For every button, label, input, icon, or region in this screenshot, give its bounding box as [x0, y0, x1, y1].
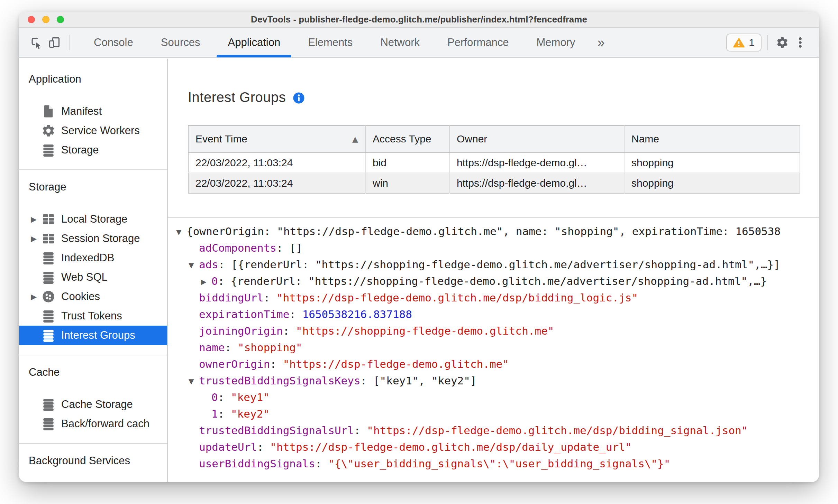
warning-badge[interactable]: 1 — [726, 34, 762, 52]
column-header-event-time[interactable]: Event Time▲ — [188, 125, 365, 152]
database-icon — [41, 397, 56, 412]
sidebar-item-label: Service Workers — [61, 124, 140, 137]
tree-line[interactable]: ▶0: {renderUrl: "https://shopping-fledge… — [168, 273, 819, 289]
sidebar-item-service-workers[interactable]: Service Workers — [19, 121, 167, 140]
database-icon — [41, 270, 56, 284]
sidebar-section-storage: Storage▶Local Storage▶Session StorageInd… — [19, 170, 167, 355]
tree-line[interactable]: 0: "key1" — [168, 389, 819, 405]
table-cell: bid — [365, 152, 449, 173]
sidebar-item-storage[interactable]: Storage — [19, 140, 167, 160]
disclosure-triangle-icon[interactable]: ▼ — [189, 373, 199, 390]
warning-count: 1 — [749, 37, 755, 48]
json-key: 0 — [211, 275, 218, 287]
json-plain: {ownerOrigin: "https://dsp-fledge-demo.g… — [186, 225, 781, 237]
table-header-row: Event Time▲Access TypeOwnerName — [188, 125, 800, 152]
table-cell: 22/03/2022, 11:03:24 — [188, 152, 365, 173]
json-key: adComponents — [199, 242, 276, 254]
interest-groups-panel: Interest Groups Event Time▲Access TypeOw… — [168, 59, 819, 482]
inspect-element-icon[interactable] — [27, 34, 45, 52]
tree-line[interactable]: biddingUrl: "https://dsp-fledge-demo.gli… — [168, 289, 819, 306]
json-plain: : — [283, 325, 296, 337]
expand-triangle-icon[interactable]: ▶ — [31, 215, 40, 224]
disclosure-triangle-icon[interactable]: ▼ — [176, 224, 186, 240]
sidebar-item-label: Storage — [61, 144, 99, 156]
json-plain: : — [315, 457, 328, 470]
json-string: "https://dsp-fledge-demo.glitch.me/dsp/b… — [367, 424, 748, 437]
table-row[interactable]: 22/03/2022, 11:03:24winhttps://dsp-fledg… — [188, 173, 800, 193]
json-key: trustedBiddingSignalsKeys — [199, 374, 361, 387]
json-key: biddingUrl — [199, 291, 264, 304]
sidebar-item-back-forward-cach[interactable]: Back/forward cach — [19, 414, 167, 433]
table-icon — [41, 231, 56, 246]
json-plain: : — [218, 408, 231, 420]
kebab-menu-icon[interactable] — [791, 34, 809, 52]
json-key: trustedBiddingSignalsUrl — [199, 424, 354, 437]
tab-elements[interactable]: Elements — [294, 28, 366, 57]
settings-gear-icon[interactable] — [773, 34, 791, 52]
devtools-toolbar: ConsoleSourcesApplicationElementsNetwork… — [19, 28, 819, 58]
sidebar-section-cache: CacheCache StorageBack/forward cach — [19, 355, 167, 444]
expand-triangle-icon[interactable]: ▶ — [31, 234, 40, 243]
traffic-lights — [19, 16, 64, 23]
tab-console[interactable]: Console — [80, 28, 147, 57]
tab-sources[interactable]: Sources — [147, 28, 214, 57]
json-string: "{\"user_bidding_signals\":\"user_biddin… — [328, 457, 670, 470]
sidebar-item-manifest[interactable]: Manifest — [19, 102, 167, 121]
column-header-name[interactable]: Name — [624, 125, 800, 152]
close-button[interactable] — [28, 16, 35, 23]
tree-line[interactable]: ▼{ownerOrigin: "https://dsp-fledge-demo.… — [168, 223, 819, 240]
column-header-owner[interactable]: Owner — [449, 125, 624, 152]
json-key: joiningOrigin — [199, 325, 283, 337]
disclosure-triangle-icon[interactable]: ▼ — [189, 257, 199, 273]
sidebar-item-local-storage[interactable]: ▶Local Storage — [19, 209, 167, 229]
devtools-content: ApplicationManifestService WorkersStorag… — [19, 59, 819, 482]
table-cell: https://dsp-fledge-demo.gl… — [449, 152, 624, 173]
interest-group-json-tree: ▼{ownerOrigin: "https://dsp-fledge-demo.… — [168, 218, 819, 472]
file-icon — [41, 104, 56, 119]
sidebar-item-web-sql[interactable]: Web SQL — [19, 268, 167, 287]
sidebar-section-background-services: Background ServicesBackground Fetch — [19, 444, 167, 482]
device-toolbar-icon[interactable] — [45, 34, 63, 52]
sidebar-item-indexeddb[interactable]: IndexedDB — [19, 248, 167, 268]
tab-memory[interactable]: Memory — [523, 28, 589, 57]
tab-application[interactable]: Application — [214, 28, 294, 57]
tree-line[interactable]: trustedBiddingSignalsUrl: "https://dsp-f… — [168, 422, 819, 439]
json-string: "https://dsp-fledge-demo.glitch.me" — [283, 358, 509, 370]
info-icon[interactable] — [293, 90, 305, 104]
column-header-access-type[interactable]: Access Type — [365, 125, 449, 152]
tree-line[interactable]: name: "shopping" — [168, 339, 819, 356]
tree-line[interactable]: 1: "key2" — [168, 405, 819, 422]
table-row[interactable]: 22/03/2022, 11:03:24bidhttps://dsp-fledg… — [188, 152, 800, 173]
expand-triangle-icon[interactable]: ▶ — [31, 292, 40, 301]
sidebar-item-cache-storage[interactable]: Cache Storage — [19, 395, 167, 414]
sidebar-section-header: Background Services — [29, 454, 167, 467]
tree-line[interactable]: ownerOrigin: "https://dsp-fledge-demo.gl… — [168, 356, 819, 372]
tree-line[interactable]: updateUrl: "https://dsp-fledge-demo.glit… — [168, 439, 819, 455]
tab-performance[interactable]: Performance — [434, 28, 522, 57]
tree-line[interactable]: ▼trustedBiddingSignalsKeys: ["key1", "ke… — [168, 372, 819, 389]
json-plain: : ["key1", "key2"] — [361, 374, 477, 387]
sidebar-item-cookies[interactable]: ▶Cookies — [19, 287, 167, 306]
json-string: "shopping" — [238, 341, 302, 354]
table-cell: win — [365, 173, 449, 193]
tree-line[interactable]: expirationTime: 1650538216.837188 — [168, 306, 819, 323]
sort-ascending-icon: ▲ — [352, 135, 358, 143]
disclosure-triangle-icon[interactable]: ▶ — [201, 273, 211, 290]
tree-line[interactable]: adComponents: [] — [168, 240, 819, 256]
zoom-button[interactable] — [57, 16, 64, 23]
sidebar-item-session-storage[interactable]: ▶Session Storage — [19, 229, 167, 248]
tab-network[interactable]: Network — [366, 28, 434, 57]
sidebar-item-label: Cookies — [61, 290, 100, 303]
tree-line[interactable]: joiningOrigin: "https://shopping-fledge-… — [168, 323, 819, 339]
more-tabs-button[interactable]: » — [589, 35, 613, 50]
sidebar-item-label: Cache Storage — [61, 398, 133, 411]
table-cell: shopping — [624, 173, 800, 193]
json-string: "https://shopping-fledge-demo.glitch.me" — [296, 325, 554, 337]
sidebar-item-interest-groups[interactable]: Interest Groups — [19, 326, 167, 345]
minimize-button[interactable] — [42, 16, 49, 23]
tree-line[interactable]: userBiddingSignals: "{\"user_bidding_sig… — [168, 455, 819, 472]
json-plain: : — [257, 441, 270, 453]
panel-heading: Interest Groups — [188, 89, 819, 105]
sidebar-item-trust-tokens[interactable]: Trust Tokens — [19, 306, 167, 326]
tree-line[interactable]: ▼ads: [{renderUrl: "https://shopping-fle… — [168, 256, 819, 273]
